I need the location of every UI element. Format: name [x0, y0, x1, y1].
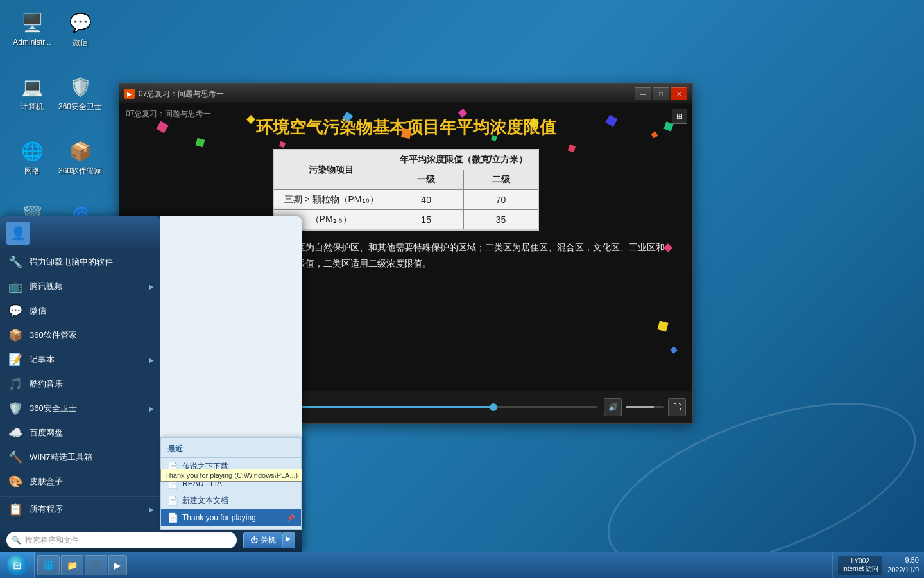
menu-item-all-programs[interactable]: 📋 所有程序 ▶: [0, 496, 160, 521]
table-row: 三期 > 颗粒物（PM₁₀） 40 70: [273, 190, 539, 210]
baidu-icon: ☁️: [6, 424, 24, 442]
menu-item-baidu[interactable]: ☁️ 百度网盘: [0, 421, 160, 445]
tooltip-box: Thank you for playing (C:\Windows\PLA...…: [160, 469, 302, 482]
menu-item-wechat-label: 微信: [30, 305, 46, 317]
progress-bar[interactable]: [264, 406, 597, 408]
wechat-icon: 💬: [67, 10, 93, 35]
taskbar: ⊞ 🌐 📁 🎵 ▶ LY002 Internet 访问 9:50: [0, 552, 924, 578]
table-cell-pm10-lv2: 70: [463, 190, 538, 210]
menu-item-uninstall[interactable]: 🔧 强力卸载电脑中的软件: [0, 250, 160, 274]
volume-bar[interactable]: [626, 406, 664, 408]
menu-item-tencent[interactable]: 📺 腾讯视频 ▶: [0, 274, 160, 299]
admin-label: Administr...: [13, 38, 51, 48]
taskbar-app-2[interactable]: 🎵: [85, 555, 107, 575]
all-programs-icon: 📋: [6, 500, 24, 518]
all-programs-arrow-icon: ▶: [149, 506, 154, 513]
system-clock: 9:50 2022/11/9: [887, 556, 919, 575]
user-badge: LY002 Internet 访问: [838, 556, 882, 575]
video-watermark: 07总复习：问题与思考一: [126, 109, 211, 119]
menu-item-tencent-label: 腾讯视频: [30, 281, 63, 292]
taskbar-app-0[interactable]: 🌐: [37, 555, 60, 575]
menu-item-kugou[interactable]: 🎵 酷狗音乐: [0, 372, 160, 396]
user-badge-line2: Internet 访问: [842, 565, 878, 574]
fullscreen-ctrl-button[interactable]: ⛶: [668, 398, 686, 416]
desktop-icon-admin[interactable]: 🖥️ Administr...: [6, 10, 58, 48]
shutdown-button[interactable]: ⏻ 关机: [243, 532, 283, 548]
360guard-icon: 🛡️: [67, 74, 93, 100]
fullscreen-button[interactable]: ⊞: [672, 109, 687, 124]
desktop-icon-network[interactable]: 🌐 网络: [6, 138, 58, 177]
menu-item-360guard[interactable]: 🛡️ 360安全卫士 ▶: [0, 396, 160, 421]
volume-fill: [626, 406, 654, 408]
table-cell-pm25-lv1: 15: [389, 210, 463, 231]
recent-item-label-3: Thank you for playing: [182, 513, 256, 522]
shutdown-label: 关机: [261, 535, 276, 546]
clock-time: 9:50: [887, 556, 919, 565]
recent-item-3[interactable]: 📄 Thank you for playing 📌: [161, 509, 301, 526]
notepad-icon: 📝: [6, 351, 24, 369]
search-placeholder: 搜索程序和文件: [25, 535, 79, 546]
taskbar-app-icon-0: 🌐: [43, 560, 54, 570]
pin-icon: 📌: [287, 514, 295, 521]
table-cell-pm10-label: 三期 > 颗粒物（PM₁₀）: [273, 190, 389, 210]
network-icon: 🌐: [19, 138, 45, 164]
skinbox-icon: 🎨: [6, 473, 24, 491]
computer-icon: 💻: [19, 74, 45, 100]
start-button[interactable]: ⊞: [0, 552, 35, 578]
desktop-icon-360mgr[interactable]: 📦 360软件管家: [55, 138, 106, 177]
network-label: 网络: [24, 166, 40, 177]
recent-item-label-2: 新建文本文档: [182, 495, 228, 506]
volume-button[interactable]: 🔊: [604, 398, 622, 416]
recent-files-panel: 最近 📄 传说之下下载 📄 READ - LIA 📄 新建文本文档 📄 Than…: [160, 437, 302, 530]
media-player-icon: ▶: [124, 89, 135, 99]
close-button[interactable]: ✕: [671, 87, 687, 100]
windows-logo-icon: ⊞: [13, 559, 21, 572]
desktop-icon-computer[interactable]: 💻 计算机: [6, 74, 58, 112]
taskbar-apps: 🌐 📁 🎵 ▶: [35, 555, 832, 575]
menu-item-360mgr[interactable]: 📦 360软件管家: [0, 323, 160, 347]
menu-item-win7tools[interactable]: 🔨 WIN7精选工具箱: [0, 445, 160, 469]
minimize-button[interactable]: —: [635, 87, 651, 100]
360guard-menu-icon: 🛡️: [6, 399, 24, 417]
taskbar-app-icon-1: 📁: [67, 560, 78, 570]
table-col2-header: 年平均浓度限值（微克/立方米）: [389, 150, 538, 170]
search-icon: 🔍: [12, 536, 21, 545]
user-avatar: 👤: [6, 222, 30, 245]
user-badge-line1: LY002: [842, 557, 878, 565]
360mgr-label: 360软件管家: [58, 166, 102, 177]
menu-item-wechat[interactable]: 💬 微信: [0, 299, 160, 323]
desktop-icon-360guard[interactable]: 🛡️ 360安全卫士: [55, 74, 106, 112]
menu-item-baidu-label: 百度网盘: [30, 427, 63, 439]
window-controls: — □ ✕: [635, 87, 687, 100]
taskbar-app-1[interactable]: 📁: [61, 555, 83, 575]
computer-label: 计算机: [21, 102, 44, 112]
taskbar-app-3[interactable]: ▶: [108, 555, 127, 575]
menu-item-360mgr-label: 360软件管家: [30, 329, 77, 341]
recent-item-2[interactable]: 📄 新建文本文档: [161, 492, 301, 509]
search-bar[interactable]: 🔍 搜索程序和文件: [6, 532, 237, 548]
menu-item-win7tools-label: WIN7精选工具箱: [30, 451, 92, 463]
menu-item-skinbox[interactable]: 🎨 皮肤盒子: [0, 469, 160, 494]
desktop: 🖥️ Administr... 💬 微信 💻 计算机 🛡️ 360安全卫士 🌐 …: [0, 0, 924, 578]
menu-item-360guard-label: 360安全卫士: [30, 403, 77, 414]
tooltip-text: Thank you for playing (C:\Windows\PLA...…: [165, 471, 298, 479]
admin-icon: 🖥️: [19, 10, 45, 35]
menu-item-uninstall-label: 强力卸载电脑中的软件: [30, 256, 113, 268]
start-menu-bottom: 🔍 搜索程序和文件 ⏻ 关机 ▶: [0, 528, 302, 552]
desktop-icon-wechat[interactable]: 💬 微信: [55, 10, 106, 48]
360mgr-menu-icon: 📦: [6, 326, 24, 344]
shutdown-icon: ⏻: [250, 536, 258, 545]
wechat-label: 微信: [73, 38, 88, 48]
maximize-button[interactable]: □: [653, 87, 669, 100]
arrow-icon: ▶: [149, 283, 154, 290]
menu-item-notepad-label: 记事本: [30, 354, 55, 365]
progress-dot: [490, 403, 497, 411]
start-menu-left: 👤 🔧 强力卸载电脑中的软件 📺 腾讯视频 ▶ 💬 微信 📦 360软件管家 📝: [0, 216, 160, 528]
shutdown-arrow-button[interactable]: ▶: [283, 532, 295, 548]
table-col1-header: 污染物项目: [273, 150, 389, 190]
table-row: （PM₂.₅） 15 35: [273, 210, 539, 231]
table-subheader-lv1: 一级: [389, 170, 463, 190]
taskbar-app-icon-3: ▶: [114, 560, 121, 570]
menu-item-all-programs-label: 所有程序: [30, 504, 63, 515]
menu-item-notepad[interactable]: 📝 记事本 ▶: [0, 347, 160, 372]
